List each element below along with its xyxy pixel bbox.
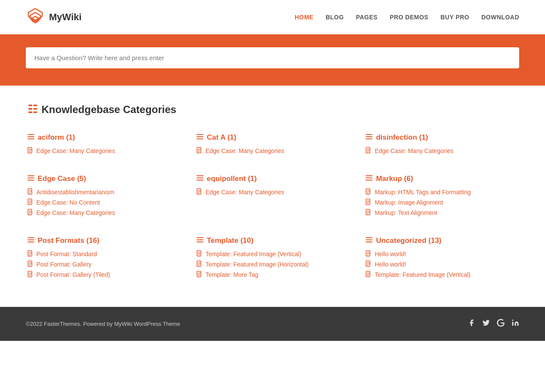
category-item-link[interactable]: Post Format: Gallery <box>37 261 92 268</box>
logo-text: MyWiki <box>49 12 82 23</box>
doc-icon <box>28 260 33 268</box>
category-name-text: Post Formats (16) <box>38 236 100 245</box>
doc-icon <box>366 199 371 206</box>
category-name: Post Formats (16) <box>28 236 179 245</box>
doc-icon <box>28 188 33 196</box>
svg-rect-91 <box>366 237 373 238</box>
category-list-icon <box>28 237 34 245</box>
social-facebook[interactable] <box>468 319 475 329</box>
search-box <box>26 47 519 68</box>
svg-rect-12 <box>197 138 203 139</box>
svg-rect-46 <box>366 175 373 176</box>
category-block: Uncategorized (13)Hello world!Hello worl… <box>366 236 517 281</box>
category-name: disinfection (1) <box>366 133 517 142</box>
doc-icon <box>366 260 371 268</box>
nav-pages[interactable]: PAGES <box>356 14 377 21</box>
doc-icon <box>197 271 202 279</box>
category-block: Cat A (1)Edge Case: Many Categories <box>197 133 348 157</box>
category-item-link[interactable]: Hello world! <box>375 261 406 268</box>
social-google-plus[interactable] <box>497 319 505 329</box>
svg-point-106 <box>512 320 514 321</box>
category-items-list: Hello world!Hello world!Template: Featur… <box>366 250 517 279</box>
category-items-list: Edge Case: Many Categories <box>197 188 348 196</box>
doc-icon <box>197 147 202 155</box>
header: MyWiki HOME BLOG PAGES PRO DEMOS BUY PRO… <box>0 0 545 34</box>
category-name-text: Template (10) <box>207 236 253 245</box>
category-item-link[interactable]: Template: Featured Image (Vertical) <box>375 271 471 278</box>
category-list-icon <box>197 175 203 183</box>
category-item-link[interactable]: Template: More Tag <box>206 271 259 278</box>
category-item-link[interactable]: Edge Case: Many Categories <box>37 209 115 216</box>
svg-rect-4 <box>28 136 34 137</box>
category-items-list: Post Format: StandardPost Format: Galler… <box>28 250 179 279</box>
category-name: Template (10) <box>197 236 348 245</box>
category-item-link[interactable]: Markup: HTML Tags and Formatting <box>375 189 471 196</box>
footer: ©2022 FasterThemes. Powered by MyWiki Wo… <box>0 307 545 341</box>
category-item-link[interactable]: Hello world! <box>375 251 406 257</box>
category-item-link[interactable]: Edge Case: Many Categories <box>37 147 115 154</box>
category-item-link[interactable]: Template: Featured Image (Vertical) <box>206 251 302 257</box>
svg-rect-48 <box>366 180 373 181</box>
list-item: Edge Case: Many Categories <box>366 147 517 155</box>
footer-copy: ©2022 FasterThemes. Powered by MyWiki Wo… <box>26 321 180 327</box>
category-items-list: Markup: HTML Tags and FormattingMarkup: … <box>366 188 517 217</box>
category-name: Markup (6) <box>366 175 517 183</box>
nav-pro-demos[interactable]: PRO DEMOS <box>390 14 428 21</box>
nav-download[interactable]: DOWNLOAD <box>481 14 519 21</box>
category-item-link[interactable]: Post Format: Gallery (Tiled) <box>37 271 110 278</box>
svg-rect-11 <box>197 136 203 137</box>
category-item-link[interactable]: Edge Case: Many Categories <box>375 147 453 154</box>
nav-blog[interactable]: BLOG <box>326 14 344 21</box>
nav-buy-pro[interactable]: BUY PRO <box>440 14 469 21</box>
doc-icon <box>28 250 33 258</box>
category-block: Post Formats (16)Post Format: StandardPo… <box>28 236 179 281</box>
category-name-text: disinfection (1) <box>376 133 428 142</box>
list-item: Antidisestablishmentarianism <box>28 188 179 196</box>
list-item: Markup: Text Alignment <box>366 209 517 217</box>
doc-icon <box>366 250 371 258</box>
svg-rect-76 <box>197 237 203 238</box>
category-item-link[interactable]: Antidisestablishmentarianism <box>37 189 114 196</box>
category-item-link[interactable]: Markup: Image Alignment <box>375 199 443 206</box>
folder-icon: ☷ <box>28 103 37 116</box>
category-items-list: Edge Case: Many Categories <box>197 147 348 155</box>
category-item-link[interactable]: Post Format: Standard <box>37 251 97 257</box>
category-item-link[interactable]: Edge Case: Many Categories <box>206 147 284 154</box>
doc-icon <box>28 199 33 206</box>
search-input[interactable] <box>34 54 511 61</box>
doc-icon <box>197 188 202 196</box>
main-nav: HOME BLOG PAGES PRO DEMOS BUY PRO DOWNLO… <box>295 14 519 21</box>
category-item-link[interactable]: Edge Case: Many Categories <box>206 189 284 196</box>
category-name-text: Uncategorized (13) <box>376 236 441 245</box>
category-list-icon <box>366 237 373 245</box>
svg-rect-93 <box>366 242 373 242</box>
category-name: Edge Case (5) <box>28 175 179 183</box>
category-block: equipollent (1)Edge Case: Many Categorie… <box>197 175 348 219</box>
nav-home[interactable]: HOME <box>295 14 314 21</box>
category-items-list: AntidisestablishmentarianismEdge Case: N… <box>28 188 179 217</box>
section-title: ☷ Knowledgebase Categories <box>28 103 518 116</box>
category-block: Template (10)Template: Featured Image (V… <box>197 236 348 281</box>
search-section <box>0 34 545 86</box>
doc-icon <box>28 209 33 217</box>
doc-icon <box>28 271 33 279</box>
social-linkedin[interactable] <box>511 319 519 329</box>
category-list-icon <box>366 175 373 183</box>
logo: MyWiki <box>26 7 82 28</box>
svg-rect-17 <box>366 134 373 135</box>
category-name-text: aciform (1) <box>38 133 75 142</box>
category-name-text: Edge Case (5) <box>38 175 86 183</box>
category-items-list: Edge Case: Many Categories <box>28 147 179 155</box>
list-item: Post Format: Gallery (Tiled) <box>28 271 179 279</box>
doc-icon <box>366 188 371 196</box>
category-item-link[interactable]: Markup: Text Alignment <box>375 209 437 216</box>
social-twitter[interactable] <box>482 319 490 329</box>
list-item: Edge Case: Many Categories <box>28 209 179 217</box>
category-list-icon <box>366 134 373 141</box>
category-item-link[interactable]: Edge Case: No Content <box>37 199 100 206</box>
category-item-link[interactable]: Template: Featured Image (Horizontal) <box>206 261 309 268</box>
category-block: Markup (6)Markup: HTML Tags and Formatti… <box>366 175 517 219</box>
category-name: Cat A (1) <box>197 133 348 142</box>
category-block: aciform (1)Edge Case: Many Categories <box>28 133 179 157</box>
svg-rect-26 <box>28 180 34 181</box>
